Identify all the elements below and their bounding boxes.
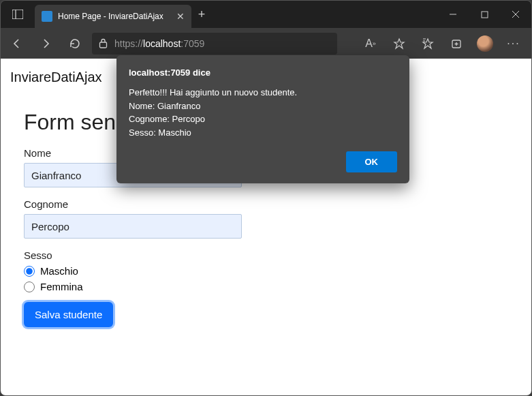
back-button[interactable]	[6, 33, 28, 55]
tab-title: Home Page - InviareDatiAjax	[58, 12, 163, 21]
browser-tab[interactable]: Home Page - InviareDatiAjax ✕	[35, 5, 191, 28]
alert-ok-button[interactable]: OK	[346, 151, 398, 172]
svg-rect-6	[100, 42, 107, 48]
profile-avatar[interactable]	[477, 35, 493, 52]
submit-button[interactable]: Salva studente	[24, 302, 113, 327]
window-controls	[437, 1, 531, 28]
read-aloud-icon[interactable]: A»	[362, 35, 379, 52]
tab-close-icon[interactable]: ✕	[176, 11, 185, 22]
menu-icon[interactable]: ···	[505, 35, 522, 52]
alert-body: Perfetto!!! Hai aggiunto un nuovo studen…	[129, 86, 397, 139]
favicon-icon	[42, 11, 52, 22]
radio-femmina[interactable]	[24, 281, 35, 292]
alert-dialog: localhost:7059 dice Perfetto!!! Hai aggi…	[116, 55, 409, 183]
forward-button[interactable]	[35, 33, 57, 55]
url-text: https://localhost:7059	[114, 38, 204, 49]
svg-rect-0	[12, 10, 23, 19]
label-sesso: Sesso	[24, 249, 508, 261]
tab-actions-icon[interactable]	[1, 1, 35, 28]
alert-line-3: Cognome: Percopo	[129, 112, 397, 126]
radio-maschio[interactable]	[24, 266, 35, 277]
svg-rect-3	[482, 12, 488, 18]
refresh-button[interactable]	[63, 33, 85, 55]
browser-toolbar: https://localhost:7059 A» ···	[1, 28, 531, 59]
radio-row-maschio[interactable]: Maschio	[24, 265, 508, 277]
alert-line-4: Sesso: Maschio	[129, 126, 397, 140]
window-titlebar: Home Page - InviareDatiAjax ✕ +	[1, 1, 531, 28]
favorites-add-icon[interactable]	[391, 35, 407, 52]
toolbar-right-icons: A» ···	[362, 35, 526, 52]
radio-label-maschio: Maschio	[40, 265, 78, 277]
maximize-button[interactable]	[469, 1, 500, 28]
lock-icon	[99, 38, 108, 48]
radio-row-femmina[interactable]: Femmina	[24, 281, 508, 292]
alert-line-2: Nome: Gianfranco	[129, 100, 397, 113]
radio-label-femmina: Femmina	[40, 281, 83, 292]
alert-line-1: Perfetto!!! Hai aggiunto un nuovo studen…	[129, 86, 397, 100]
favorites-icon[interactable]	[420, 35, 436, 52]
input-cognome[interactable]	[24, 214, 242, 239]
collections-icon[interactable]	[448, 35, 465, 52]
minimize-button[interactable]	[437, 1, 469, 28]
label-cognome: Cognome	[24, 198, 508, 210]
alert-actions: OK	[129, 151, 397, 172]
address-bar[interactable]: https://localhost:7059	[92, 33, 337, 55]
close-window-button[interactable]	[500, 1, 531, 28]
radio-group-sesso: Maschio Femmina	[24, 265, 508, 292]
new-tab-button[interactable]: +	[191, 7, 212, 22]
alert-title: localhost:7059 dice	[129, 67, 397, 78]
